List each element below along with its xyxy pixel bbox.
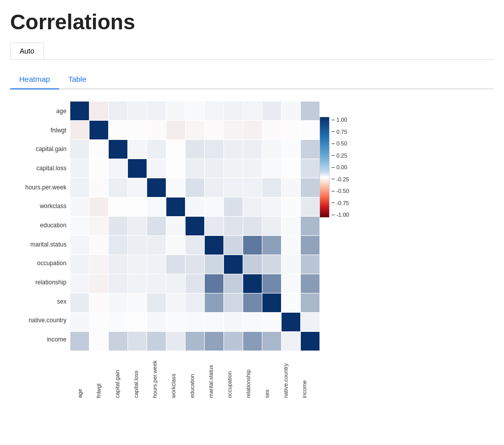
row-label: fnlwgt (51, 127, 66, 133)
heatmap-cell (128, 217, 147, 235)
heatmap-cell (243, 178, 262, 197)
heatmap-cell (186, 178, 204, 197)
heatmap-cell (89, 293, 108, 312)
heatmap-cell (147, 293, 166, 312)
heatmap-cell (70, 178, 89, 197)
heatmap-cell (224, 313, 243, 331)
heatmap-cell (205, 217, 223, 235)
heatmap-cell (70, 121, 89, 139)
heatmap-cell (147, 217, 166, 235)
heatmap-cell (128, 332, 147, 351)
heatmap-cell (166, 332, 185, 351)
heatmap-cell (243, 102, 262, 120)
heatmap-cell (70, 102, 89, 120)
heatmap-cell (262, 255, 281, 274)
heatmap-cell (166, 255, 185, 274)
legend-tick (332, 143, 335, 144)
row-label: education (40, 222, 66, 228)
heatmap-cell (262, 102, 281, 120)
heatmap-cell (205, 313, 223, 331)
heatmap-cell (147, 313, 166, 331)
heatmap-cell (70, 255, 89, 274)
heatmap-cell (186, 293, 204, 312)
col-label: native.country (283, 353, 289, 398)
heatmap-cell (128, 293, 147, 312)
heatmap-cell (262, 217, 281, 235)
heatmap-cell (147, 236, 166, 255)
tab-table[interactable]: Table (59, 70, 96, 89)
row-label: capital.loss (36, 165, 66, 171)
col-label: marital.status (208, 353, 214, 398)
heatmap-cell (224, 255, 243, 274)
heatmap-cell (243, 159, 262, 178)
row-label: age (56, 108, 66, 114)
heatmap-cell (282, 178, 300, 197)
heatmap-cell (301, 332, 319, 351)
heatmap-cell (109, 332, 127, 351)
heatmap-cell (224, 140, 243, 159)
col-label: workclass (170, 353, 176, 398)
heatmap-cell (301, 217, 319, 235)
heatmap-cell (166, 217, 185, 235)
col-label: sex (264, 353, 270, 398)
heatmap-cell (128, 255, 147, 274)
legend-label: 1.00 (336, 117, 347, 123)
legend-tick (332, 203, 335, 203)
heatmap-cell (262, 121, 281, 139)
col-label: education (189, 353, 195, 398)
legend-tick (332, 191, 335, 191)
heatmap-cell (282, 140, 300, 159)
heatmap-cell (205, 178, 223, 197)
heatmap-cell (109, 293, 127, 312)
heatmap-cell (70, 197, 89, 216)
heatmap-cell (282, 313, 300, 331)
heatmap-cell (205, 121, 223, 139)
legend-tick (332, 179, 335, 179)
legend-label: 0.75 (336, 129, 347, 135)
heatmap-cell (128, 197, 147, 216)
heatmap-cell (243, 236, 262, 255)
top-tab-auto[interactable]: Auto (10, 42, 44, 59)
heatmap-cell (301, 159, 319, 178)
heatmap-cell (166, 197, 185, 216)
row-label: capital.gain (36, 146, 67, 152)
row-label: sex (57, 299, 67, 305)
heatmap-cell (147, 274, 166, 293)
heatmap-cell (128, 236, 147, 255)
heatmap-cell (301, 255, 319, 274)
heatmap-cell (186, 102, 204, 120)
heatmap-cell (89, 332, 108, 351)
heatmap-cell (224, 121, 243, 139)
heatmap-section: agefnlwgtcapital.gaincapital.losshours.p… (10, 102, 494, 398)
view-tabs-container: Heatmap Table (10, 70, 494, 89)
row-label: workclass (40, 203, 67, 209)
heatmap-cell (70, 159, 89, 178)
heatmap-cell (205, 197, 223, 216)
col-labels: agefnlwgtcapital.gaincapital.losshours.p… (70, 353, 319, 398)
heatmap-cell (301, 293, 319, 312)
heatmap-cell (282, 274, 300, 293)
heatmap-cell (109, 140, 127, 159)
heatmap-cell (301, 236, 319, 255)
col-label: hours.per.week (152, 353, 158, 398)
heatmap-cell (147, 102, 166, 120)
heatmap-cell (109, 102, 127, 120)
heatmap-cell (70, 140, 89, 159)
heatmap-cell (262, 313, 281, 331)
heatmap-cell (205, 102, 223, 120)
heatmap-cell (89, 236, 108, 255)
heatmap-cell (89, 217, 108, 235)
legend-label: -0.75 (336, 200, 349, 206)
heatmap-cell (301, 121, 319, 139)
tab-heatmap[interactable]: Heatmap (10, 70, 59, 89)
top-tabs-container: Auto (10, 42, 494, 60)
heatmap-cell (186, 121, 204, 139)
heatmap-cell (243, 255, 262, 274)
heatmap-cell (89, 255, 108, 274)
col-label: fnlwgt (96, 353, 102, 398)
legend-label: -1.00 (336, 212, 349, 218)
legend-label: -0.50 (336, 188, 349, 194)
row-label: marital.status (30, 241, 66, 248)
heatmap-cell (262, 197, 281, 216)
heatmap-cell (109, 159, 127, 178)
